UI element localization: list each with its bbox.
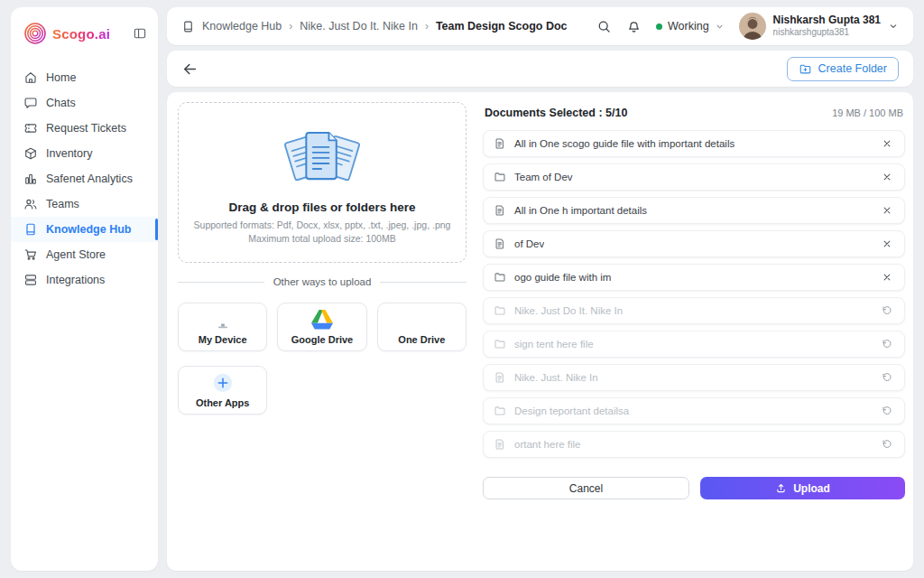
cancel-button[interactable]: Cancel [483,477,689,499]
sidebar: Scogo.ai Home Chats Request Tickets Inve… [11,7,158,571]
file-icon [494,204,506,217]
restore-document-button[interactable] [880,437,894,452]
notifications-bell-icon[interactable] [626,19,642,34]
content-column: Knowledge Hub › Nike. Just Do It. Nike I… [167,7,913,571]
remove-document-button[interactable] [880,237,894,251]
brand-name: Scogo.ai [52,26,110,42]
other-ways-label: Other ways to upload [273,276,372,287]
restore-document-button[interactable] [880,404,894,418]
upload-icon [775,482,787,494]
user-name: Nishkarsh Gupta 381 [773,14,881,27]
create-folder-button[interactable]: Create Folder [787,57,899,81]
availability-status-dropdown[interactable]: Working [656,20,725,33]
top-bar: Knowledge Hub › Nike. Just Do It. Nike I… [167,7,913,45]
folder-plus-icon [799,62,812,76]
folder-icon [494,271,506,284]
avatar [739,13,766,40]
integrations-icon [23,273,38,287]
teams-icon [23,197,38,211]
undo-icon [882,406,892,416]
sidebar-item[interactable]: Home [11,65,158,90]
document-row: All in One scogo guide file with importa… [483,130,905,157]
upload-source-card[interactable]: Google Drive [277,303,366,351]
documents-selected-count: Documents Selected : 5/10 [485,107,627,119]
breadcrumb-current: Team Design Scogo Doc [436,20,568,33]
chats-icon [23,96,38,110]
inventory-icon [23,146,38,161]
remove-document-button[interactable] [880,270,894,284]
document-row: Team of Dev [483,163,905,191]
remove-document-button[interactable] [880,203,894,218]
document-row: of Dev [483,230,905,257]
book-icon [23,222,38,237]
documents-footer: Cancel Upload [483,477,905,499]
dropzone-max-size: Maximum total upload size: 100MB [248,233,395,244]
dropzone[interactable]: Drag & drop files or folders here Suppor… [178,102,467,263]
status-label: Working [668,20,709,33]
close-icon [882,172,892,182]
document-row: ogo guide file with im [483,264,905,291]
ticket-icon [23,121,38,135]
sidebar-item[interactable]: Safenet Analytics [11,166,158,191]
close-icon [882,272,892,283]
search-icon[interactable] [596,19,612,34]
chevron-down-icon [715,22,725,32]
gdrive-icon [311,310,333,330]
plus-icon [212,373,234,393]
document-row: Design teportant detailsa [483,397,905,424]
sidebar-item[interactable]: Knowledge Hub [11,217,158,242]
app-window: Scogo.ai Home Chats Request Tickets Inve… [0,0,924,578]
sidebar-item[interactable]: Inventory [11,141,158,166]
documents-stack-icon [272,122,373,192]
onedrive-icon [411,310,432,330]
sidebar-item[interactable]: Teams [11,191,158,217]
breadcrumb: Knowledge Hub › Nike. Just Do It. Nike I… [181,20,568,33]
undo-icon [882,305,892,316]
profile-menu[interactable]: Nishkarsh Gupta 381 nishkarshgupta381 [739,13,899,40]
upload-sources: My Device Google Drive One Drive Other A… [178,303,467,415]
upload-button[interactable]: Upload [700,477,905,499]
close-icon [882,138,892,149]
status-dot-icon [656,23,662,30]
sidebar-item[interactable]: Integrations [11,267,158,293]
sidebar-item[interactable]: Agent Store [11,242,158,267]
sidebar-collapse-icon[interactable] [133,26,147,41]
back-arrow-icon[interactable] [181,61,199,78]
breadcrumb-separator-icon: › [289,20,292,33]
knowledge-hub-icon [181,20,195,33]
document-row: ortant here file [483,431,905,458]
folder-icon [494,304,506,317]
folder-icon [494,405,506,417]
breadcrumb-folder[interactable]: Nike. Just Do It. Nike In [300,20,418,33]
document-list: All in One scogo guide file with importa… [483,130,905,458]
restore-document-button[interactable] [880,337,894,351]
breadcrumb-knowledge-hub[interactable]: Knowledge Hub [202,20,282,33]
remove-document-button[interactable] [880,170,894,184]
upload-page: Drag & drop files or folders here Suppor… [167,92,913,571]
home-icon [23,70,38,85]
brand-spiral-logo-icon [23,22,47,45]
other-ways-divider: Other ways to upload [178,276,467,287]
dropzone-title: Drag & drop files or folders here [228,200,415,214]
close-icon [882,205,892,216]
dropzone-formats: Supported formats: Pdf, Docx, xlsx, pptx… [194,219,451,230]
document-row: All in One h important details [483,197,905,224]
divider-line [380,282,467,283]
file-icon [494,438,506,451]
file-icon [494,137,506,150]
upload-source-card[interactable]: Other Apps [178,366,267,415]
user-handle: nishkarshgupta381 [773,27,881,38]
top-bar-actions: Working Nishkarsh Gupta 381 nishkarshgup… [596,13,899,40]
close-icon [882,238,892,249]
file-icon [494,238,506,250]
documents-header: Documents Selected : 5/10 19 MB / 100 MB [483,107,905,119]
restore-document-button[interactable] [880,370,894,385]
remove-document-button[interactable] [880,136,894,151]
folder-icon [494,171,506,183]
sidebar-item[interactable]: Chats [11,90,158,116]
undo-icon [882,372,892,383]
upload-source-card[interactable]: My Device [178,303,267,351]
restore-document-button[interactable] [880,303,894,318]
upload-source-card[interactable]: One Drive [377,303,467,351]
sidebar-item[interactable]: Request Tickets [11,116,158,141]
